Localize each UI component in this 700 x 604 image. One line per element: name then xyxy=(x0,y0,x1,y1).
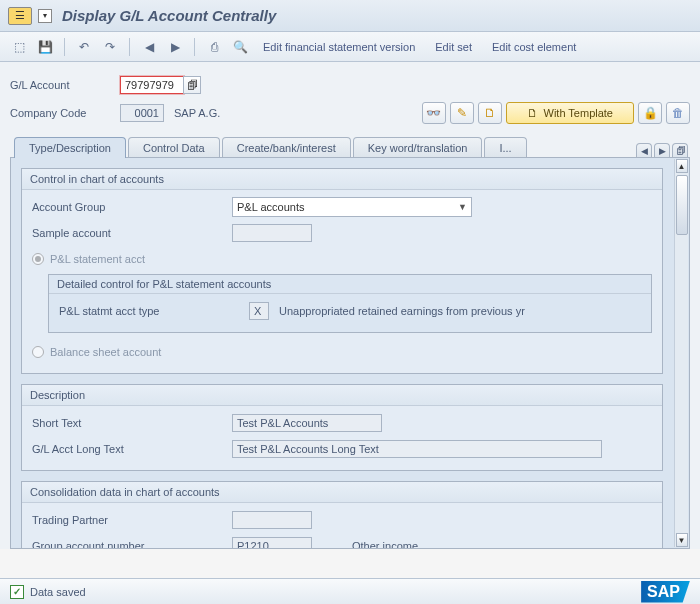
scroll-down-icon[interactable]: ▼ xyxy=(676,533,688,547)
sample-account-input[interactable] xyxy=(232,224,312,242)
bs-radio-label: Balance sheet account xyxy=(50,346,161,358)
delete-icon[interactable]: 🗑 xyxy=(666,102,690,124)
header-buttons: 👓 ✎ 🗋 🗋 With Template 🔒 🗑 xyxy=(422,102,691,124)
menu-dropdown-icon[interactable]: ▾ xyxy=(38,9,52,23)
consolidation-group: Consolidation data in chart of accounts … xyxy=(21,481,663,549)
trading-partner-input[interactable] xyxy=(232,511,312,529)
separator xyxy=(64,38,65,56)
content-area: G/L Account 🗐 Company Code SAP A.G. 👓 ✎ … xyxy=(0,62,700,549)
status-message: ✓ Data saved xyxy=(10,585,86,599)
gl-account-input[interactable] xyxy=(120,76,184,94)
scroll-thumb[interactable] xyxy=(676,175,688,235)
sap-logo: SAP xyxy=(641,581,690,603)
title-bar: ☰ ▾ Display G/L Account Centrally xyxy=(0,0,700,32)
tab-panel: Control in chart of accounts Account Gro… xyxy=(10,157,690,549)
description-title: Description xyxy=(22,385,662,406)
short-text-input[interactable] xyxy=(232,414,382,432)
with-template-button[interactable]: 🗋 With Template xyxy=(506,102,635,124)
company-code-input[interactable] xyxy=(120,104,164,122)
tab-more[interactable]: I... xyxy=(484,137,526,158)
trading-partner-label: Trading Partner xyxy=(32,514,232,526)
description-group: Description Short Text G/L Acct Long Tex… xyxy=(21,384,663,471)
pl-type-desc: Unappropriated retained earnings from pr… xyxy=(279,305,525,317)
save-icon[interactable]: 💾 xyxy=(34,37,56,57)
status-text: Data saved xyxy=(30,586,86,598)
pl-type-input[interactable] xyxy=(249,302,269,320)
pl-detailed-subgroup: Detailed control for P&L statement accou… xyxy=(48,274,652,333)
redo-icon[interactable]: ↷ xyxy=(99,37,121,57)
gl-account-valuehelp-icon[interactable]: 🗐 xyxy=(183,76,201,94)
account-group-dropdown[interactable]: P&L accounts ▼ xyxy=(232,197,472,217)
tab-create-bank-interest[interactable]: Create/bank/interest xyxy=(222,137,351,158)
tab-strip: Type/Description Control Data Create/ban… xyxy=(10,136,690,157)
pl-detailed-title: Detailed control for P&L statement accou… xyxy=(49,275,651,294)
chevron-down-icon: ▼ xyxy=(458,202,467,212)
display-icon[interactable]: 👓 xyxy=(422,102,446,124)
tab-list-icon[interactable]: 🗐 xyxy=(672,143,688,158)
print-icon[interactable]: ⎙ xyxy=(203,37,225,57)
short-text-label: Short Text xyxy=(32,417,232,429)
long-text-input[interactable] xyxy=(232,440,602,458)
pl-radio-label: P&L statement acct xyxy=(50,253,145,265)
group-account-label[interactable]: Group account number xyxy=(32,540,232,550)
control-coa-group: Control in chart of accounts Account Gro… xyxy=(21,168,663,374)
sample-account-label: Sample account xyxy=(32,227,232,239)
pl-radio xyxy=(32,253,44,265)
prev-icon[interactable]: ◀ xyxy=(138,37,160,57)
edit-fin-link[interactable]: Edit financial statement version xyxy=(255,41,423,53)
toggle-icon[interactable]: ⬚ xyxy=(8,37,30,57)
tab-scroll-right-icon[interactable]: ▶ xyxy=(654,143,670,158)
account-group-value: P&L accounts xyxy=(237,201,304,213)
separator xyxy=(129,38,130,56)
company-code-label: Company Code xyxy=(10,107,120,119)
company-code-row: Company Code SAP A.G. 👓 ✎ 🗋 🗋 With Templ… xyxy=(10,102,690,124)
tab-scroll-left-icon[interactable]: ◀ xyxy=(636,143,652,158)
tab-key-word-translation[interactable]: Key word/translation xyxy=(353,137,483,158)
new-icon[interactable]: 🗋 xyxy=(478,102,502,124)
template-doc-icon: 🗋 xyxy=(527,107,538,119)
long-text-label: G/L Acct Long Text xyxy=(32,443,232,455)
pl-type-label: P&L statmt acct type xyxy=(59,305,249,317)
company-name: SAP A.G. xyxy=(174,107,220,119)
tab-control-data[interactable]: Control Data xyxy=(128,137,220,158)
separator xyxy=(194,38,195,56)
control-coa-title: Control in chart of accounts xyxy=(22,169,662,190)
find-icon[interactable]: 🔍 xyxy=(229,37,251,57)
vertical-scrollbar[interactable]: ▲ ▼ xyxy=(674,159,688,547)
transaction-icon[interactable]: ☰ xyxy=(8,7,32,25)
bs-radio xyxy=(32,346,44,358)
application-toolbar: ⬚ 💾 ↶ ↷ ◀ ▶ ⎙ 🔍 Edit financial statement… xyxy=(0,32,700,62)
lock-icon[interactable]: 🔒 xyxy=(638,102,662,124)
scroll-up-icon[interactable]: ▲ xyxy=(676,159,688,173)
page-title: Display G/L Account Centrally xyxy=(62,7,276,24)
group-account-input[interactable] xyxy=(232,537,312,549)
status-bar: ✓ Data saved SAP xyxy=(0,578,700,604)
with-template-label: With Template xyxy=(544,107,614,119)
account-group-label: Account Group xyxy=(32,201,232,213)
next-icon[interactable]: ▶ xyxy=(164,37,186,57)
gl-account-label: G/L Account xyxy=(10,79,120,91)
consolidation-title: Consolidation data in chart of accounts xyxy=(22,482,662,503)
tabs-container: Type/Description Control Data Create/ban… xyxy=(10,136,690,549)
edit-icon[interactable]: ✎ xyxy=(450,102,474,124)
edit-set-link[interactable]: Edit set xyxy=(427,41,480,53)
edit-cost-link[interactable]: Edit cost element xyxy=(484,41,584,53)
success-icon: ✓ xyxy=(10,585,24,599)
undo-icon[interactable]: ↶ xyxy=(73,37,95,57)
tab-type-description[interactable]: Type/Description xyxy=(14,137,126,158)
group-account-desc: Other income xyxy=(352,540,418,549)
gl-account-row: G/L Account 🗐 xyxy=(10,74,690,96)
